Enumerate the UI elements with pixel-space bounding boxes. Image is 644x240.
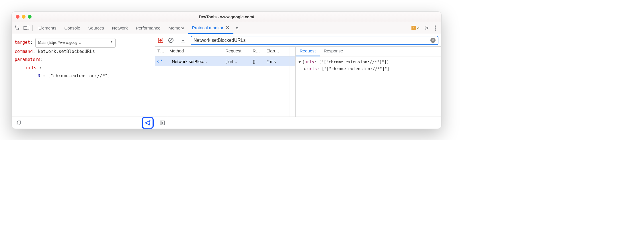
- svg-rect-2: [27, 26, 29, 30]
- tab-memory[interactable]: Memory: [165, 22, 188, 34]
- target-select[interactable]: Main (https://www.goog…: [35, 38, 116, 48]
- row-elapsed: 2 ms: [264, 56, 290, 66]
- filter-value: Network.setBlockedURLs: [194, 38, 245, 43]
- device-toolbar-icon[interactable]: [22, 24, 31, 32]
- main-tabbar: Elements Console Sources Network Perform…: [12, 22, 441, 34]
- svg-point-4: [435, 27, 436, 29]
- monitor-toolbar: Network.setBlockedURLs ✕: [155, 34, 441, 47]
- grid-empty: [155, 66, 295, 117]
- settings-icon[interactable]: [422, 24, 431, 32]
- header-elapsed[interactable]: Elap…: [264, 47, 290, 56]
- command-label: command: [15, 49, 33, 54]
- maximize-window-button[interactable]: [28, 15, 32, 19]
- record-button[interactable]: [158, 38, 163, 43]
- grid-row[interactable]: .Network.setBloc… {"url… {} 2 ms: [155, 56, 295, 66]
- row-type-icon: [155, 56, 167, 66]
- devtools-window: DevTools - www.google.com/ Elements Cons…: [11, 11, 442, 129]
- grid-header: T… Method Request R… Elap…: [155, 47, 295, 56]
- target-label: target: [15, 40, 30, 45]
- target-row: target: Main (https://www.goog…: [15, 38, 152, 48]
- window-title: DevTools - www.google.com/: [12, 15, 441, 19]
- command-editor-body: target: Main (https://www.goog… command:…: [12, 34, 155, 117]
- clear-icon[interactable]: [167, 36, 175, 45]
- expand-icon[interactable]: ▶: [304, 66, 306, 71]
- send-command-button[interactable]: [142, 117, 154, 129]
- close-tab-icon[interactable]: ✕: [226, 25, 229, 30]
- command-row: command: Network.setBlockedURLs: [15, 48, 152, 56]
- svg-rect-7: [18, 121, 21, 124]
- content-area: target: Main (https://www.goog… command:…: [12, 34, 441, 129]
- svg-point-5: [435, 29, 436, 31]
- expand-icon[interactable]: ▼: [298, 60, 301, 64]
- tab-console[interactable]: Console: [61, 22, 84, 34]
- more-tabs-button[interactable]: »: [233, 25, 241, 31]
- message-grid: T… Method Request R… Elap… .Network.setB…: [155, 47, 296, 117]
- detail-body: ▼{urls: ["["chrome-extension://*"]"]} ▶u…: [296, 56, 441, 75]
- warning-icon: !: [411, 26, 416, 30]
- traffic-lights: [16, 15, 32, 19]
- copy-icon[interactable]: [15, 119, 23, 127]
- tab-protocol-monitor[interactable]: Protocol monitor ✕: [188, 22, 233, 34]
- header-type[interactable]: T…: [155, 47, 167, 56]
- row-request: {"url…: [223, 56, 250, 66]
- minimize-window-button[interactable]: [22, 15, 26, 19]
- param-value[interactable]: ["chrome-extension://*"]: [48, 73, 110, 78]
- monitor-footer: [155, 117, 441, 129]
- svg-point-3: [435, 25, 436, 27]
- tab-sources[interactable]: Sources: [84, 22, 108, 34]
- titlebar: DevTools - www.google.com/: [12, 12, 441, 22]
- command-value[interactable]: Network.setBlockedURLs: [38, 49, 95, 54]
- header-method[interactable]: Method: [167, 47, 223, 56]
- row-method: .Network.setBloc…: [167, 56, 223, 66]
- svg-rect-11: [160, 121, 162, 125]
- warnings-badge[interactable]: ! 4: [411, 26, 419, 30]
- svg-line-9: [169, 39, 172, 42]
- editor-footer: [12, 117, 155, 129]
- row-response: {}: [250, 56, 264, 66]
- tab-elements[interactable]: Elements: [34, 22, 61, 34]
- detail-panel: Request Response ▼{urls: ["["chrome-exte…: [296, 47, 441, 117]
- tab-label: Protocol monitor: [192, 25, 223, 30]
- monitor-panel: Network.setBlockedURLs ✕ T… Method Reque…: [155, 34, 441, 129]
- detail-line-1[interactable]: ▼{urls: ["["chrome-extension://*"]"]}: [298, 59, 438, 66]
- warnings-count: 4: [417, 26, 419, 30]
- param-urls-row: urls :: [15, 64, 152, 72]
- tab-network[interactable]: Network: [108, 22, 132, 34]
- kebab-menu-icon[interactable]: [431, 24, 440, 32]
- header-request[interactable]: Request: [223, 47, 250, 56]
- separator: [32, 25, 33, 31]
- detail-tab-response[interactable]: Response: [320, 47, 347, 56]
- parameters-row: parameters:: [15, 56, 152, 64]
- toggle-sidebar-icon[interactable]: [158, 119, 167, 127]
- detail-tabs: Request Response: [296, 47, 441, 56]
- param-item-row: 0 : ["chrome-extension://*"]: [15, 72, 152, 80]
- detail-tab-request[interactable]: Request: [296, 47, 320, 56]
- param-key: urls: [26, 65, 36, 70]
- filter-input[interactable]: Network.setBlockedURLs ✕: [191, 36, 438, 45]
- param-index: 0: [38, 73, 40, 78]
- tab-performance[interactable]: Performance: [132, 22, 165, 34]
- close-window-button[interactable]: [16, 15, 19, 19]
- command-editor-panel: target: Main (https://www.goog… command:…: [12, 34, 155, 129]
- monitor-columns: T… Method Request R… Elap… .Network.setB…: [155, 47, 441, 117]
- parameters-label: parameters: [15, 57, 40, 62]
- record-icon: [159, 39, 162, 42]
- detail-line-2[interactable]: ▶urls: ["["chrome-extension://*"]"]: [298, 66, 438, 72]
- clear-filter-icon[interactable]: ✕: [430, 38, 436, 43]
- header-response[interactable]: R…: [250, 47, 264, 56]
- inspect-element-icon[interactable]: [13, 24, 22, 32]
- download-icon[interactable]: [179, 36, 187, 45]
